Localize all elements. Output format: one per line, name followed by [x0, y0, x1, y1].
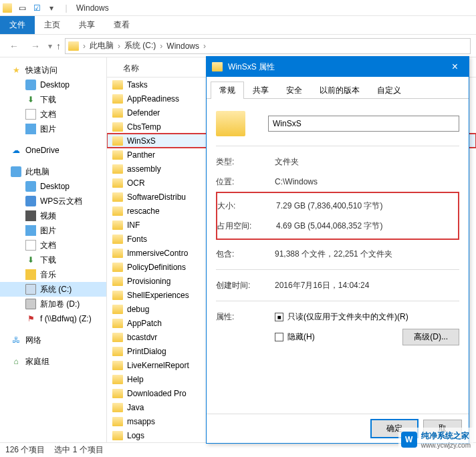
nav-recent-dropdown[interactable]: ▾ [48, 41, 52, 51]
sidebar-item-network[interactable]: 🖧网络 [0, 333, 106, 347]
folder-icon [68, 41, 79, 51]
dropdown-icon[interactable]: ▾ [47, 3, 56, 13]
status-selected: 选中 1 个项目 [54, 444, 103, 456]
divider: | [62, 3, 71, 13]
location-value: C:\Windows [275, 177, 318, 186]
file-name: CbsTemp [127, 122, 161, 132]
tab-customize[interactable]: 自定义 [368, 82, 410, 99]
contains-value: 91,388 个文件，22,251 个文件夹 [275, 249, 392, 260]
tab-general[interactable]: 常规 [211, 82, 244, 99]
created-label: 创建时间: [216, 280, 275, 291]
file-name: ShellExperiences [127, 291, 189, 300]
sidebar-item-thispc[interactable]: 此电脑 [0, 164, 106, 179]
folder-icon [112, 122, 123, 132]
folder-icon [112, 80, 123, 90]
file-tab[interactable]: 文件 [0, 16, 35, 34]
window-titlebar: ▭ ☑ ▾ | Windows [0, 0, 476, 16]
folder-icon [112, 94, 123, 104]
picture-icon [25, 225, 36, 236]
ribbon: 文件 主页 共享 查看 [0, 16, 476, 35]
folder-icon [112, 305, 123, 314]
check-icon[interactable]: ☑ [32, 3, 41, 13]
breadcrumb-item[interactable]: 此电脑 [87, 40, 116, 51]
watermark-text: 纯净系统之家 [421, 431, 469, 440]
dialog-body: 类型:文件夹 位置:C:\Windows 大小:7.29 GB (7,836,4… [207, 99, 469, 414]
breadcrumb-item[interactable]: 系统 (C:) [122, 40, 158, 51]
sidebar-item-downloads[interactable]: ⬇下载 [0, 253, 106, 267]
sidebar-item-pictures[interactable]: 图片 [0, 223, 106, 238]
tab-sharing[interactable]: 共享 [244, 82, 277, 99]
video-icon [25, 210, 36, 221]
tab-view[interactable]: 查看 [104, 16, 139, 34]
nav-forward-button[interactable]: → [27, 37, 44, 55]
doc-icon[interactable]: ▭ [17, 3, 27, 13]
size-value: 7.29 GB (7,836,400,510 字节) [276, 200, 382, 212]
sidebar-item-onedrive[interactable]: ☁OneDrive [0, 143, 106, 158]
advanced-button[interactable]: 高级(D)... [402, 329, 459, 345]
desktop-icon [25, 181, 36, 192]
folder-icon [112, 319, 123, 328]
sidebar-item-pictures[interactable]: 图片 [0, 122, 106, 136]
file-name: debug [127, 305, 149, 314]
sidebar-item-quick-access[interactable]: ★快速访问 [0, 63, 106, 78]
homegroup-icon: ⌂ [11, 356, 21, 367]
sidebar-item-desktop[interactable]: Desktop [0, 78, 106, 92]
nav-up-button[interactable]: ↑ [56, 41, 61, 51]
folder-icon [3, 3, 12, 13]
folder-icon [112, 178, 123, 188]
file-name: Logs [127, 431, 144, 440]
sidebar-label: 下载 [40, 255, 56, 266]
hidden-checkbox[interactable] [275, 333, 283, 341]
chevron-right-icon[interactable]: › [118, 41, 120, 51]
tab-home[interactable]: 主页 [35, 16, 70, 34]
chevron-right-icon[interactable]: › [83, 41, 86, 51]
file-name: Defender [127, 108, 160, 118]
sidebar-label: 此电脑 [25, 166, 49, 178]
readonly-checkbox[interactable]: ■ [275, 313, 283, 321]
status-item-count: 126 个项目 [5, 444, 45, 456]
sidebar-label: 视频 [40, 210, 56, 222]
file-name: assembly [127, 164, 161, 174]
sidebar-item-ddrive[interactable]: 新加卷 (D:) [0, 297, 106, 311]
dialog-tabs: 常规 共享 安全 以前的版本 自定义 [207, 77, 469, 99]
sidebar-item-documents[interactable]: 文档 [0, 238, 106, 253]
type-label: 类型: [216, 156, 275, 168]
sidebar-item-cdrive[interactable]: 系统 (C:) [0, 282, 106, 297]
tab-security[interactable]: 安全 [277, 82, 311, 99]
file-name: PrintDialog [127, 347, 166, 356]
sidebar-item-pc-desktop[interactable]: Desktop [0, 179, 106, 194]
folder-icon [212, 62, 223, 71]
sidebar-item-documents[interactable]: 文档 [0, 107, 106, 122]
document-icon [25, 240, 36, 251]
file-name: Help [127, 375, 144, 384]
sidebar-item-video[interactable]: 视频 [0, 208, 106, 223]
folder-icon [112, 361, 123, 370]
tab-share[interactable]: 共享 [70, 16, 104, 34]
type-value: 文件夹 [275, 156, 299, 168]
sidebar-label: 文档 [40, 109, 56, 120]
sidebar-item-zdrive[interactable]: ⚑f (\\Bdfwq) (Z:) [0, 311, 106, 326]
address-bar[interactable]: › 此电脑 › 系统 (C:) › Windows › [65, 38, 471, 54]
tab-previous[interactable]: 以前的版本 [311, 82, 368, 99]
folder-name-input[interactable] [268, 116, 459, 132]
nav-back-button[interactable]: ← [5, 37, 23, 55]
qat: ▭ ☑ ▾ | [3, 3, 71, 13]
sidebar-item-homegroup[interactable]: ⌂家庭组 [0, 354, 106, 369]
folder-icon [112, 150, 123, 160]
sidebar-item-music[interactable]: 音乐 [0, 267, 106, 282]
sidebar-label: Desktop [40, 80, 70, 90]
breadcrumb-item[interactable]: Windows [164, 41, 202, 51]
sidebar-item-downloads[interactable]: ⬇下载 [0, 92, 106, 107]
navigation-pane: ★快速访问 Desktop ⬇下载 文档 图片 ☁OneDrive 此电脑 De… [0, 57, 107, 442]
close-button[interactable]: × [447, 61, 463, 73]
folder-icon [112, 431, 123, 440]
sidebar-item-wps[interactable]: WPS云文档 [0, 194, 106, 208]
dialog-titlebar[interactable]: WinSxS 属性 × [207, 57, 469, 77]
folder-icon [216, 111, 245, 136]
music-icon [25, 269, 36, 280]
created-value: 2016年7月16日，14:04:24 [275, 280, 369, 291]
window-title: Windows [76, 3, 109, 13]
chevron-right-icon[interactable]: › [160, 41, 162, 51]
chevron-right-icon[interactable]: › [203, 41, 206, 51]
download-icon: ⬇ [25, 255, 36, 265]
